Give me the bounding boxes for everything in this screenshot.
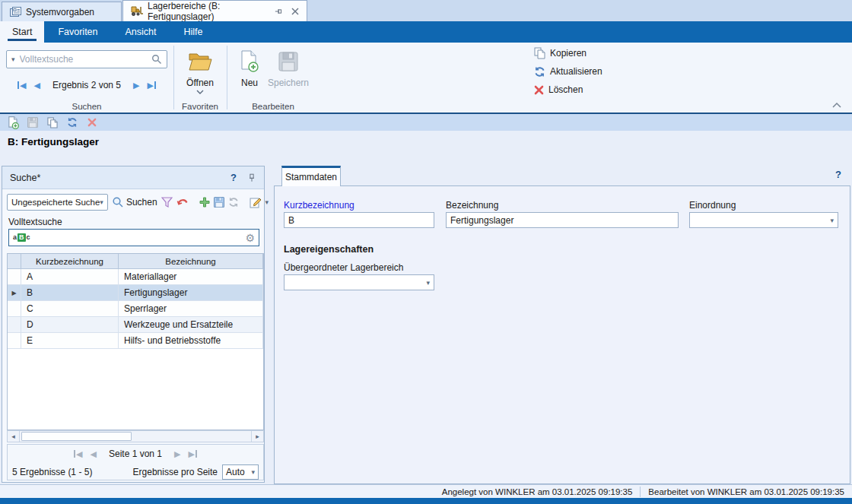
copy-button[interactable]: Kopieren — [534, 46, 587, 61]
uebergeordneter-lagerbereich-label: Übergeordneter Lagerbereich — [284, 262, 403, 273]
results-summary-row: 5 Ergebnisse (1 - 5) Ergebnisse pro Seit… — [8, 463, 263, 481]
table-header: Kurzbezeichnung Bezeichnung — [8, 254, 263, 269]
ribbon-tab-favoriten[interactable]: Favoriten — [44, 21, 111, 43]
match-case-icon: aBc — [13, 233, 30, 242]
pin-tab-icon[interactable] — [275, 7, 284, 16]
ribbon-tab-label: Favoriten — [58, 27, 97, 37]
help-icon[interactable]: ? — [230, 172, 237, 183]
quick-copy-icon[interactable] — [46, 116, 59, 129]
close-tab-icon[interactable] — [291, 8, 299, 15]
table-row[interactable]: E Hilfs- und Betriebsstoffe — [8, 333, 263, 349]
add-icon[interactable] — [199, 195, 210, 209]
save-floppy-icon — [278, 49, 298, 74]
save-search-icon[interactable] — [214, 195, 224, 209]
result-position-text: Ergebnis 2 von 5 — [48, 80, 126, 90]
record-title: B: Fertigungslager — [8, 136, 99, 147]
uebergeordneter-lagerbereich-combo[interactable]: ▾ — [284, 274, 434, 290]
bezeichnung-field[interactable] — [446, 212, 679, 228]
refresh-button[interactable]: Aktualisieren — [534, 64, 602, 79]
group-label-suchen: Suchen — [0, 102, 173, 111]
gear-icon[interactable]: ⚙ — [245, 232, 255, 244]
chevron-down-icon: ▾ — [251, 468, 255, 476]
tab-stammdaten[interactable]: Stammdaten — [281, 166, 341, 186]
filter-icon[interactable] — [161, 195, 173, 209]
quick-new-icon[interactable] — [6, 116, 20, 129]
tab-lagerbereiche[interactable]: Lagerbereiche (B: Fertigungslager) — [122, 0, 307, 21]
undo-icon[interactable] — [176, 195, 189, 209]
edit-search-icon[interactable] — [250, 195, 262, 209]
forklift-icon — [131, 5, 143, 17]
delete-button[interactable]: Löschen — [534, 82, 583, 97]
ribbon-fulltext-search[interactable]: ▾ — [6, 50, 167, 68]
saved-search-combo[interactable]: Ungespeicherte Suche ▾ — [7, 194, 108, 211]
delete-x-icon — [534, 85, 544, 95]
search-icon[interactable] — [151, 54, 162, 65]
scrollbar-thumb[interactable] — [21, 432, 132, 441]
form-list-icon — [10, 7, 21, 17]
result-navigator: ◀ ◀ Ergebnis 2 von 5 ▶ ▶ — [0, 76, 173, 94]
ribbon-tab-ansicht[interactable]: Ansicht — [112, 21, 170, 43]
quick-refresh-icon[interactable] — [65, 116, 79, 129]
modified-status-text: Bearbeitet von WINKLER am 03.01.2025 09:… — [641, 487, 852, 496]
kurzbezeichnung-field[interactable] — [284, 212, 434, 228]
refresh-search-icon[interactable] — [228, 195, 239, 209]
einordnung-label: Einordnung — [689, 200, 736, 211]
ribbon-tab-start[interactable]: Start — [0, 21, 44, 43]
tab-label: Lagerbereiche (B: Fertigungslager) — [148, 1, 267, 22]
column-header-kurzbezeichnung[interactable]: Kurzbezeichnung — [21, 254, 119, 268]
help-icon[interactable]: ? — [835, 169, 841, 180]
scroll-left-icon[interactable]: ◂ — [8, 431, 20, 442]
next-result-button[interactable]: ▶ — [133, 81, 139, 90]
cell-code: A — [21, 269, 119, 284]
group-label-favoriten: Favoriten — [173, 102, 227, 111]
per-page-combo[interactable]: Auto ▾ — [222, 464, 259, 480]
results-table: Kurzbezeichnung Bezeichnung A Materialla… — [7, 253, 264, 430]
save-button-label: Speichern — [268, 78, 309, 88]
refresh-icon — [534, 66, 545, 78]
bottom-accent-strip — [0, 498, 852, 504]
einordnung-combo[interactable]: ▾ — [689, 212, 838, 228]
kurzbezeichnung-label: Kurzbezeichnung — [284, 200, 354, 211]
new-button-label: Neu — [241, 78, 258, 88]
quick-save-icon[interactable] — [26, 116, 40, 129]
column-header-bezeichnung[interactable]: Bezeichnung — [119, 254, 263, 268]
tab-systemvorgaben[interactable]: Systemvorgaben — [2, 2, 122, 21]
group-label-bearbeiten: Bearbeiten — [227, 102, 320, 111]
tab-label: Stammdaten — [285, 172, 337, 182]
chevron-down-icon[interactable]: ▾ — [11, 55, 15, 63]
ribbon-search-input[interactable] — [20, 54, 147, 65]
lagereigenschaften-heading: Lagereigenschaften — [284, 244, 374, 255]
fulltext-label: Volltextsuche — [8, 217, 62, 227]
table-row[interactable]: C Sperrlager — [8, 301, 263, 317]
search-panel-header: Suche* ? — [2, 166, 264, 189]
previous-result-button[interactable]: ◀ — [34, 81, 40, 90]
search-icon[interactable] — [112, 195, 124, 209]
ribbon-group-favoriten: Öffnen Favoriten — [173, 43, 227, 113]
quick-delete-icon[interactable] — [85, 116, 99, 129]
results-count-text: 5 Ergebnisse (1 - 5) — [12, 467, 133, 477]
table-row-selected[interactable]: ▶ B Fertigungslager — [8, 285, 263, 301]
previous-page-button[interactable]: ◀ — [91, 450, 97, 458]
first-page-button[interactable]: ◀ — [74, 450, 82, 458]
next-page-button[interactable]: ▶ — [174, 450, 180, 458]
search-button-label[interactable]: Suchen — [126, 197, 157, 208]
pin-panel-icon[interactable] — [247, 173, 256, 182]
collapse-ribbon-icon[interactable] — [832, 103, 841, 108]
detail-panel-body: Kurzbezeichnung Bezeichnung Einordnung ▾… — [274, 185, 850, 484]
ribbon-tab-label: Start — [12, 27, 32, 37]
horizontal-scrollbar[interactable]: ◂ ▸ — [7, 430, 264, 442]
fulltext-search-input[interactable] — [34, 233, 242, 243]
pagination-panel: ◀ ◀ Seite 1 von 1 ▶ ▶ 5 Ergebnisse (1 - … — [7, 444, 264, 480]
last-result-button[interactable]: ▶ — [148, 81, 156, 90]
chevron-down-icon[interactable]: ▾ — [265, 198, 269, 206]
table-row[interactable]: D Werkzeuge und Ersatzteile — [8, 317, 263, 333]
table-row[interactable]: A Materiallager — [8, 269, 263, 285]
last-page-button[interactable]: ▶ — [189, 450, 197, 458]
delete-button-label: Löschen — [548, 84, 583, 95]
ribbon-group-bearbeiten: Neu Speichern Kopieren Aktualisieren — [227, 43, 388, 113]
scroll-right-icon[interactable]: ▸ — [251, 431, 263, 442]
ribbon-tab-hilfe[interactable]: Hilfe — [170, 21, 217, 43]
cell-name: Hilfs- und Betriebsstoffe — [119, 333, 263, 348]
cell-code: D — [21, 317, 119, 332]
first-result-button[interactable]: ◀ — [17, 81, 26, 90]
